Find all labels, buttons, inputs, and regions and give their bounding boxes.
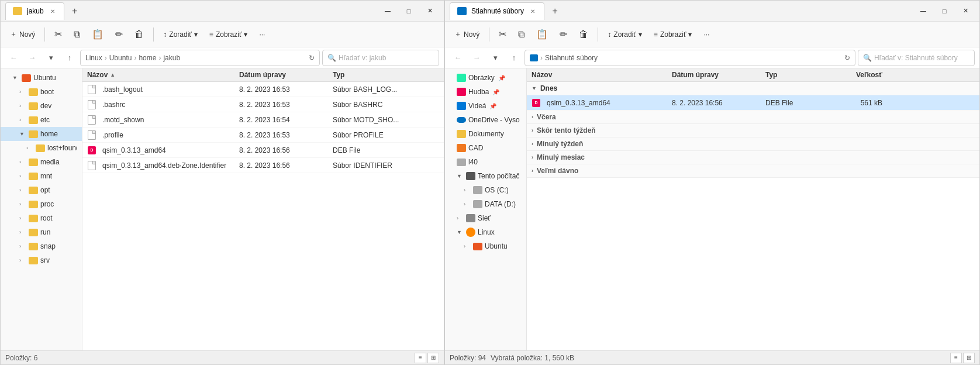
sidebar-item-ubuntu-right[interactable]: › Ubuntu [445,239,526,253]
table-row[interactable]: .bash_logout 8. 2. 2023 16:53 Súbor BASH… [82,82,444,97]
table-row-qsim-right[interactable]: D qsim_0.3.13_amd64 8. 2. 2023 16:56 DEB… [527,95,979,111]
right-refresh-button[interactable]: ↻ [844,54,850,62]
expand-arrow-boot: › [19,89,26,95]
address-path[interactable]: Linux › Ubuntu › home › jakub ↻ [80,50,320,66]
sidebar-item-onedrive[interactable]: OneDrive - Vyso [445,113,526,127]
sidebar-item-dev[interactable]: › dev [1,99,82,113]
table-row[interactable]: .profile 8. 2. 2023 16:53 Súbor PROFILE … [82,128,444,143]
up-button[interactable]: ↑ [61,50,78,66]
new-tab-right[interactable]: + [547,3,563,19]
right-delete-button[interactable]: 🗑 [574,25,593,44]
left-maximize-button[interactable]: □ [399,4,418,18]
left-tab-jakub[interactable]: jakub ✕ [5,2,64,20]
sidebar-item-opt[interactable]: › opt [1,183,82,197]
left-close-button[interactable]: ✕ [420,4,439,18]
group-header-minuly-mesiac[interactable]: › Minulý mesiac [527,151,979,164]
history-button[interactable]: ▾ [43,50,59,66]
right-tab-downloads[interactable]: Stiahnuté súbory ✕ [450,2,544,20]
left-minimize-button[interactable]: ─ [378,4,397,18]
more-button[interactable]: ··· [254,25,270,44]
group-header-velmi-davno[interactable]: › Veľmi dávno [527,164,979,178]
col-header-date[interactable]: Dátum úpravy [239,71,333,79]
group-header-minuly-tyzden[interactable]: › Minulý týždeň [527,137,979,151]
sidebar-item-l40[interactable]: l40 [445,155,526,169]
sidebar-item-mnt[interactable]: › mnt [1,169,82,183]
right-close-button[interactable]: ✕ [956,4,975,18]
right-col-header-name[interactable]: Názov [532,71,672,79]
view-button[interactable]: ≡ Zobraziť ▾ [205,25,253,44]
right-col-header-type[interactable]: Typ [765,71,836,79]
table-row[interactable]: D qsim_0.3.13_amd64 8. 2. 2023 16:56 DEB… [82,143,444,158]
refresh-button[interactable]: ↻ [309,54,315,62]
close-tab-right[interactable]: ✕ [529,7,537,15]
paste-button[interactable]: 📋 [87,25,108,44]
left-search-box[interactable]: 🔍 Hľadať v: jakub [322,50,439,66]
right-copy-button[interactable]: ⧉ [513,25,529,44]
group-header-vcera[interactable]: › Včera [527,111,979,124]
right-list-view-button[interactable]: ≡ [950,353,962,363]
table-row[interactable]: .bashrc 8. 2. 2023 16:53 Súbor BASHRC 4 … [82,97,444,112]
right-history-button[interactable]: ▾ [487,50,503,66]
sidebar-item-dokumenty[interactable]: Dokumenty [445,127,526,141]
left-status-bar: Položky: 6 ≡ ⊞ [1,350,444,364]
new-tab-left[interactable]: + [67,3,83,19]
sidebar-item-data-d[interactable]: › DATA (D:) [445,197,526,211]
sidebar-item-linux[interactable]: ▼ Linux [445,225,526,239]
folder-icon-snap [29,243,38,250]
sidebar-item-tento-pocitac[interactable]: ▼ Tento počítač [445,169,526,183]
right-address-path[interactable]: › Stiahnuté súbory ↻ [524,50,855,66]
right-rename-button[interactable]: ✏ [555,25,572,44]
right-up-button[interactable]: ↑ [506,50,522,66]
table-row[interactable]: .motd_shown 8. 2. 2023 16:54 Súbor MOTD_… [82,112,444,128]
cut-button[interactable]: ✂ [50,25,67,44]
table-row[interactable]: qsim_0.3.13_amd64.deb·Zone.Identifier 8.… [82,158,444,173]
right-sort-button[interactable]: ↕ Zoradiť ▾ [603,25,647,44]
sidebar-item-hudba[interactable]: Hudba 📌 [445,85,526,99]
sidebar-item-lost[interactable]: › lost+found [1,141,82,155]
sidebar-item-videa[interactable]: Videá 📌 [445,99,526,113]
right-cut-button[interactable]: ✂ [494,25,511,44]
list-view-button[interactable]: ≡ [415,353,426,363]
left-new-button[interactable]: ＋ Nový [5,25,40,44]
rename-button[interactable]: ✏ [111,25,127,44]
sidebar-item-siet[interactable]: › Sieť [445,211,526,225]
col-header-size[interactable]: Veľkosť [426,71,444,79]
right-view-button[interactable]: ≡ Zobraziť ▾ [649,25,697,44]
right-maximize-button[interactable]: □ [935,4,954,18]
sidebar-item-root[interactable]: › root [1,211,82,225]
sidebar-item-snap[interactable]: › snap [1,239,82,253]
sort-button[interactable]: ↕ Zoradiť ▾ [158,25,202,44]
sidebar-item-obrazky[interactable]: Obrázky 📌 [445,71,526,85]
detail-view-button[interactable]: ⊞ [427,353,439,363]
documents-icon [457,130,466,138]
right-new-button[interactable]: ＋ Nový [450,25,484,44]
sidebar-item-proc[interactable]: › proc [1,197,82,211]
right-more-button[interactable]: ··· [699,25,714,44]
group-header-dnes[interactable]: ▼ Dnes [527,82,979,95]
right-forward-button[interactable]: → [468,50,485,66]
right-minimize-button[interactable]: ─ [914,4,933,18]
delete-button[interactable]: 🗑 [130,25,149,44]
right-search-box[interactable]: 🔍 Hľadať v: Stiahnuté súbory [858,50,975,66]
right-paste-button[interactable]: 📋 [532,25,553,44]
col-header-type[interactable]: Typ [333,71,426,79]
sidebar-item-home[interactable]: ▼ home [1,127,82,141]
sidebar-item-media[interactable]: › media [1,155,82,169]
sidebar-item-srv[interactable]: › srv [1,253,82,267]
sidebar-item-run[interactable]: › run [1,225,82,239]
sidebar-item-ubuntu-root[interactable]: ▼ Ubuntu [1,71,82,85]
sidebar-item-boot[interactable]: › boot [1,85,82,99]
sidebar-item-cad[interactable]: CAD [445,141,526,155]
group-header-skor[interactable]: › Skôr tento týždeň [527,124,979,137]
forward-button[interactable]: → [24,50,40,66]
right-detail-view-button[interactable]: ⊞ [963,353,975,363]
copy-button[interactable]: ⧉ [69,25,85,44]
back-button[interactable]: ← [5,50,22,66]
right-col-header-date[interactable]: Dátum úpravy [672,71,765,79]
sidebar-item-etc[interactable]: › etc [1,113,82,127]
right-col-header-size[interactable]: Veľkosť [836,71,882,79]
right-back-button[interactable]: ← [450,50,466,66]
close-tab-left[interactable]: ✕ [49,7,57,15]
sidebar-item-os-c[interactable]: › OS (C:) [445,183,526,197]
col-header-name[interactable]: Názov ▲ [87,71,239,79]
